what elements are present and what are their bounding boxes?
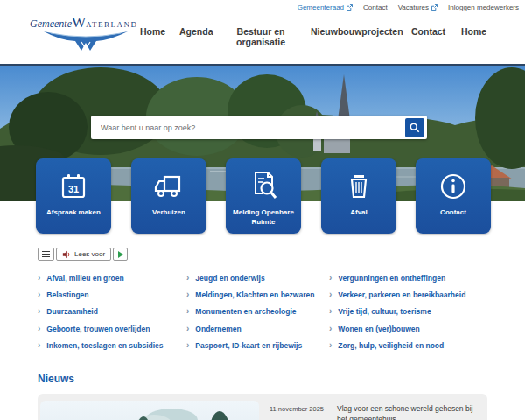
play-icon — [118, 251, 123, 258]
external-link-icon — [346, 4, 353, 10]
news-date: 11 november 2025 — [270, 405, 324, 413]
document-search-icon — [248, 158, 279, 202]
quicklink-label: Inkomen, toeslagen en subsidies — [46, 341, 163, 350]
topbar-link-label: Vacatures — [398, 4, 429, 11]
readspeaker-menu-button[interactable] — [38, 248, 54, 261]
trash-icon — [344, 158, 374, 202]
logo-prefix: Gemeente — [30, 18, 72, 30]
quicklinks-column-2: Jeugd en onderwijs Meldingen, Klachten e… — [186, 270, 325, 354]
quicklink-zorg-hulp-veiligheid-en-nood[interactable]: Zorg, hulp, veiligheid en nood — [329, 337, 488, 354]
quicklink-meldingen-klachten-en-bezwaren[interactable]: Meldingen, Klachten en bezwaren — [186, 286, 325, 303]
readspeaker-label: Lees voor — [74, 250, 105, 258]
search-button[interactable] — [405, 118, 424, 137]
logo-wave-icon — [42, 30, 130, 52]
page: Gemeenteraad Contact Vacatures Inloggen … — [0, 0, 525, 420]
calendar-icon: 31 — [58, 158, 89, 202]
chevron-right-icon — [186, 307, 189, 316]
quicklinks-column-1: Afval, milieu en groen Belastingen Duurz… — [38, 270, 182, 354]
tile-melding-openbare-ruimte[interactable]: Melding Openbare Ruimte — [226, 158, 301, 234]
readspeaker-listen-button[interactable]: Lees voor — [56, 248, 111, 261]
topbar-link-label: Inloggen medewerkers — [448, 4, 519, 11]
nav-item-home[interactable]: Home — [140, 26, 165, 37]
quicklink-label: Jeugd en onderwijs — [195, 274, 264, 283]
quicklink-wonen-en-verbouwen[interactable]: Wonen en (ver)bouwen — [329, 320, 488, 337]
topbar-link-label: Contact — [363, 4, 388, 11]
chevron-right-icon — [38, 307, 40, 316]
chevron-right-icon — [329, 341, 332, 350]
search-input[interactable] — [91, 116, 399, 139]
readspeaker-bar: Lees voor — [38, 248, 128, 261]
readspeaker-play-button[interactable] — [113, 248, 128, 261]
quicklink-inkomen-toeslagen-en-subsidies[interactable]: Inkomen, toeslagen en subsidies — [38, 337, 182, 354]
quicklink-afval-milieu-en-groen[interactable]: Afval, milieu en groen — [38, 270, 182, 286]
nav-item-contact[interactable]: Contact — [411, 26, 445, 37]
quicklink-label: Vergunningen en ontheffingen — [338, 274, 445, 283]
quicklink-belastingen[interactable]: Belastingen — [38, 286, 182, 303]
quicklink-ondernemen[interactable]: Ondernemen — [186, 320, 325, 337]
news-thumbnail — [40, 401, 259, 420]
topbar-link-inloggen-medewerkers[interactable]: Inloggen medewerkers — [448, 4, 519, 11]
news-title[interactable]: Vlag voor een schone wereld gehesen bij … — [337, 404, 484, 420]
chevron-right-icon — [38, 290, 40, 299]
tile-contact[interactable]: Contact — [416, 158, 491, 234]
topbar-link-vacatures[interactable]: Vacatures — [398, 4, 438, 11]
chevron-right-icon — [186, 290, 189, 299]
tile-label: Verhuizen — [148, 207, 190, 217]
quicklink-paspoort-id-kaart-en-rijbewijs[interactable]: Paspoort, ID-kaart en rijbewijs — [186, 337, 325, 354]
quicklink-label: Wonen en (ver)bouwen — [338, 325, 419, 333]
nav-item-home-2[interactable]: Home — [461, 26, 486, 37]
quicklink-label: Vrije tijd, cultuur, toerisme — [338, 307, 430, 316]
chevron-right-icon — [186, 274, 189, 283]
quicklink-duurzaamheid[interactable]: Duurzaamheid — [38, 304, 182, 320]
chevron-right-icon — [186, 341, 189, 350]
quicklink-label: Meldingen, Klachten en bezwaren — [195, 290, 314, 299]
tile-label: Afval — [346, 207, 372, 217]
chevron-right-icon — [38, 325, 40, 333]
quicklinks-column-3: Vergunningen en ontheffingen Verkeer, pa… — [329, 270, 488, 354]
quicklink-vergunningen-en-ontheffingen[interactable]: Vergunningen en ontheffingen — [329, 270, 488, 286]
quicklink-label: Duurzaamheid — [46, 307, 98, 316]
search-icon — [410, 122, 420, 133]
quicklink-label: Paspoort, ID-kaart en rijbewijs — [195, 341, 302, 350]
info-icon — [438, 158, 469, 202]
svg-text:31: 31 — [68, 184, 79, 194]
news-heading: Nieuws — [38, 373, 74, 385]
truck-icon — [152, 158, 186, 202]
chevron-right-icon — [329, 307, 332, 316]
logo-rest: ATERLAND — [86, 20, 138, 29]
news-card[interactable]: 11 november 2025 Vlag voor een schone we… — [38, 394, 487, 420]
quicklink-geboorte-trouwen-overlijden[interactable]: Geboorte, trouwen overlijden — [38, 320, 182, 337]
quicklink-jeugd-en-onderwijs[interactable]: Jeugd en onderwijs — [186, 270, 325, 286]
quicklink-label: Ondernemen — [195, 325, 241, 333]
tile-label: Melding Openbare Ruimte — [226, 207, 301, 227]
quicklink-label: Verkeer, parkeren en bereikbaarheid — [338, 290, 466, 299]
nav-item-bestuur-en-organisatie[interactable]: Bestuur en organisatie — [235, 26, 286, 47]
chevron-right-icon — [38, 341, 40, 350]
quicklink-vrije-tijd-cultuur-toerisme[interactable]: Vrije tijd, cultuur, toerisme — [329, 304, 488, 320]
chevron-right-icon — [329, 274, 332, 283]
quicklink-label: Geboorte, trouwen overlijden — [46, 325, 150, 333]
quicklink-label: Zorg, hulp, veiligheid en nood — [338, 341, 444, 350]
tile-verhuizen[interactable]: Verhuizen — [131, 158, 206, 234]
quicklink-verkeer-parkeren-en-bereikbaarheid[interactable]: Verkeer, parkeren en bereikbaarheid — [329, 286, 488, 303]
gemeente-waterland-logo[interactable]: GemeenteWATERLAND — [30, 14, 144, 52]
quicklink-label: Belastingen — [46, 290, 88, 299]
nav-item-nieuwbouwprojecten[interactable]: Nieuwbouwprojecten — [311, 26, 403, 37]
quicklink-label: Afval, milieu en groen — [46, 274, 123, 283]
chevron-right-icon — [38, 274, 40, 283]
logo-initial: W — [72, 14, 86, 31]
topbar-link-gemeenteraad[interactable]: Gemeenteraad — [298, 4, 353, 11]
speaker-icon — [62, 250, 71, 259]
quicklink-monumenten-en-archeologie[interactable]: Monumenten en archeologie — [186, 304, 325, 320]
search-bar — [91, 116, 427, 139]
tile-afval[interactable]: Afval — [321, 158, 396, 234]
tile-afspraak-maken[interactable]: 31 Afspraak maken — [36, 158, 111, 234]
utility-bar: Gemeenteraad Contact Vacatures Inloggen … — [298, 4, 519, 11]
nav-item-agenda[interactable]: Agenda — [179, 26, 214, 37]
quicklink-label: Monumenten en archeologie — [195, 307, 296, 316]
chevron-right-icon — [329, 325, 332, 333]
tile-label: Contact — [436, 207, 471, 217]
topbar-link-label: Gemeenteraad — [298, 4, 344, 11]
tile-label: Afspraak maken — [42, 207, 105, 217]
topbar-link-contact[interactable]: Contact — [363, 4, 388, 11]
